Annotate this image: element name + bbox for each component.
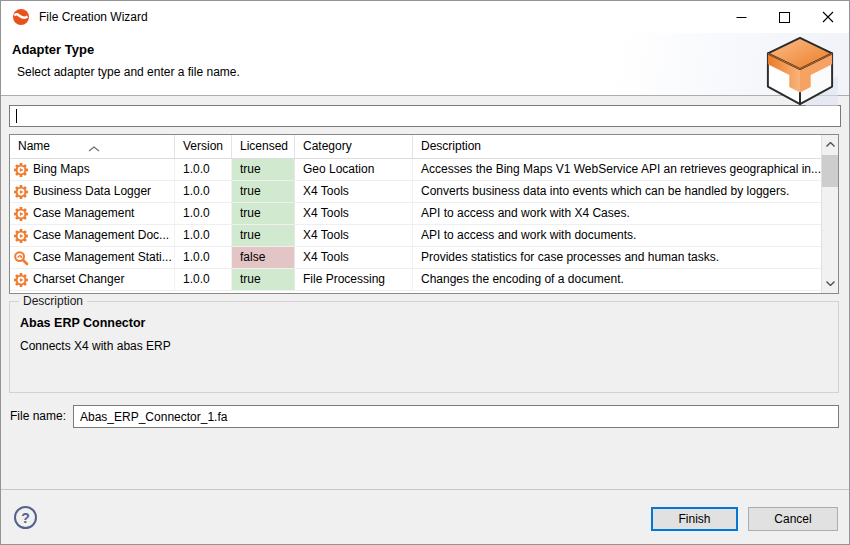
maximize-button[interactable]	[763, 1, 806, 33]
file-name-input[interactable]	[73, 405, 839, 428]
button-bar: ? Finish Cancel	[1, 489, 849, 544]
table-row[interactable]: Case Management Doc... 1.0.0 true X4 Too…	[10, 225, 821, 247]
title-bar: File Creation Wizard	[1, 1, 849, 33]
page-subtitle: Select adapter type and enter a file nam…	[17, 65, 240, 79]
file-name-label: File name:	[10, 409, 66, 423]
window-title: File Creation Wizard	[39, 10, 148, 24]
column-header-category[interactable]: Category	[295, 135, 413, 158]
scroll-down-icon[interactable]	[822, 275, 838, 292]
vertical-scrollbar[interactable]	[821, 135, 838, 293]
question-mark-icon: ?	[21, 510, 30, 526]
magnifier-icon	[13, 250, 29, 266]
adapter-filter	[9, 105, 841, 127]
description-group: Description Abas ERP Connector Connects …	[9, 301, 839, 393]
wizard-app-icon	[12, 8, 30, 26]
wizard-content: Name Version Licensed Category Descripti…	[1, 97, 849, 491]
scroll-up-icon[interactable]	[822, 136, 838, 153]
column-header-version[interactable]: Version	[175, 135, 232, 158]
column-header-name[interactable]: Name	[10, 135, 175, 158]
table-row[interactable]: Charset Changer 1.0.0 true File Processi…	[10, 269, 821, 291]
search-input[interactable]	[9, 105, 841, 127]
text-caret	[16, 109, 17, 123]
adapter-table: Name Version Licensed Category Descripti…	[9, 134, 839, 294]
file-creation-wizard-dialog: File Creation Wizard Adapter Type Select…	[0, 0, 850, 545]
gear-icon	[13, 206, 29, 222]
description-group-label: Description	[19, 294, 87, 308]
table-body: Bing Maps 1.0.0 true Geo Location Access…	[10, 159, 838, 291]
column-header-licensed[interactable]: Licensed	[232, 135, 295, 158]
minimize-button[interactable]	[720, 1, 763, 33]
help-button[interactable]: ?	[14, 506, 37, 529]
table-header: Name Version Licensed Category Descripti…	[10, 135, 821, 159]
sort-ascending-icon	[88, 137, 100, 158]
column-header-description[interactable]: Description	[413, 135, 821, 158]
selected-adapter-description: Connects X4 with abas ERP	[20, 339, 838, 353]
table-row[interactable]: Business Data Logger 1.0.0 true X4 Tools…	[10, 181, 821, 203]
table-row[interactable]: Case Management 1.0.0 true X4 Tools API …	[10, 203, 821, 225]
maximize-icon	[779, 12, 790, 23]
wizard-banner: Adapter Type Select adapter type and ent…	[1, 33, 849, 96]
close-icon	[822, 11, 834, 23]
page-title: Adapter Type	[12, 42, 94, 57]
x4-cube-logo	[760, 35, 840, 107]
table-row[interactable]: Bing Maps 1.0.0 true Geo Location Access…	[10, 159, 821, 181]
gear-icon	[13, 272, 29, 288]
minimize-icon	[736, 12, 747, 23]
close-button[interactable]	[806, 1, 849, 33]
table-row[interactable]: Case Management Stati... 1.0.0 false X4 …	[10, 247, 821, 269]
gear-icon	[13, 228, 29, 244]
cancel-button[interactable]: Cancel	[748, 507, 838, 531]
selected-adapter-title: Abas ERP Connector	[20, 316, 838, 330]
finish-button[interactable]: Finish	[651, 507, 738, 531]
gear-icon	[13, 184, 29, 200]
gear-icon	[13, 162, 29, 178]
scrollbar-thumb[interactable]	[822, 155, 838, 187]
